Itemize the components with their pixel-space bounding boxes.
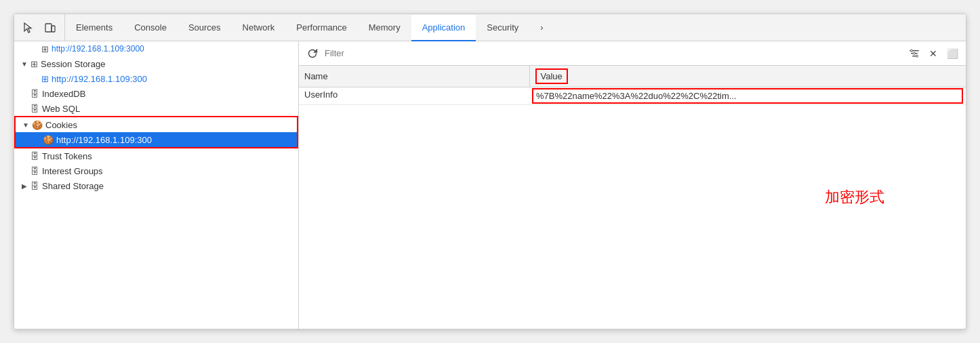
grid-icon: ⊞	[41, 44, 49, 54]
interest-groups-icon: 🗄	[30, 166, 39, 176]
cookies-icon: 🍪	[32, 120, 43, 130]
svg-rect-0	[45, 24, 52, 32]
value-cell-outline: %7B%22name%22%3A%22duo%22%2C%22tim...	[532, 88, 963, 104]
value-header-outline: Value	[535, 68, 568, 84]
name-cell: UserInfo	[299, 87, 529, 105]
tabs: Elements Console Sources Network Perform…	[65, 14, 966, 41]
storage-table: Name Value UserInfo	[299, 66, 966, 105]
cookies-url-icon: 🍪	[43, 135, 54, 145]
cursor-icon[interactable]	[20, 19, 37, 37]
tab-more[interactable]: ›	[529, 15, 554, 41]
expand-icon[interactable]: ⬜	[944, 45, 960, 62]
device-icon[interactable]	[41, 19, 59, 37]
tab-performance[interactable]: Performance	[285, 15, 357, 41]
toolbar: Elements Console Sources Network Perform…	[14, 14, 966, 41]
clear-filter-icon[interactable]: ✕	[925, 45, 941, 62]
toolbar-icons	[14, 14, 65, 41]
svg-rect-1	[52, 26, 55, 32]
websql-icon: 🗄	[30, 104, 39, 114]
sidebar-item-shared-storage[interactable]: ▶ 🗄 Shared Storage	[14, 178, 298, 193]
filter-actions: ✕ ⬜	[906, 45, 960, 62]
sidebar-item-trust-tokens[interactable]: 🗄 Trust Tokens	[14, 148, 298, 163]
col-header-name: Name	[299, 66, 529, 87]
table-area: Name Value UserInfo	[299, 66, 966, 329]
tab-security[interactable]: Security	[476, 15, 529, 41]
devtools-window: Elements Console Sources Network Perform…	[14, 14, 966, 329]
indexeddb-icon: 🗄	[30, 89, 39, 99]
session-storage-icon: ⊞	[30, 59, 38, 69]
sidebar-item-cookies-url[interactable]: 🍪 http://192.168.1.109:300	[16, 132, 297, 147]
tab-memory[interactable]: Memory	[358, 15, 411, 41]
sidebar-item-partial-url[interactable]: ⊞ http://192.168.1.109:3000	[14, 41, 298, 56]
sidebar-item-session-storage[interactable]: ▼ ⊞ Session Storage	[14, 56, 298, 71]
sidebar: ⊞ http://192.168.1.109:3000 ▼ ⊞ Session …	[14, 41, 299, 329]
sidebar-item-websql[interactable]: 🗄 Web SQL	[14, 101, 298, 116]
svg-point-5	[911, 49, 913, 52]
cookies-arrow-icon: ▼	[21, 121, 30, 129]
filter-bar: ✕ ⬜	[299, 41, 966, 66]
annotation-text: 加密形式	[825, 187, 884, 207]
value-cell: %7B%22name%22%3A%22duo%22%2C%22tim...	[529, 87, 966, 105]
refresh-button[interactable]	[304, 45, 321, 62]
arrow-icon: ▼	[20, 60, 29, 68]
sidebar-item-interest-groups[interactable]: 🗄 Interest Groups	[14, 163, 298, 178]
svg-point-6	[914, 52, 916, 54]
sidebar-item-session-url[interactable]: ⊞ http://192.168.1.109:300	[14, 71, 298, 86]
tab-elements[interactable]: Elements	[65, 15, 123, 41]
table-row[interactable]: UserInfo %7B%22name%22%3A%22duo%22%2C%22…	[299, 87, 966, 105]
filter-settings-icon[interactable]	[906, 45, 922, 62]
tab-sources[interactable]: Sources	[178, 15, 232, 41]
filter-input[interactable]	[325, 48, 902, 58]
col-header-value: Value	[529, 66, 966, 87]
svg-point-7	[916, 55, 918, 57]
tab-network[interactable]: Network	[232, 15, 286, 41]
tab-application[interactable]: Application	[411, 15, 476, 41]
sidebar-item-indexeddb[interactable]: 🗄 IndexedDB	[14, 86, 298, 101]
right-panel: ✕ ⬜ Name Value	[299, 41, 966, 329]
shared-storage-icon: 🗄	[30, 181, 39, 191]
trust-tokens-icon: 🗄	[30, 151, 39, 161]
tab-console[interactable]: Console	[123, 15, 178, 41]
session-url-icon: ⊞	[41, 74, 49, 84]
sidebar-item-cookies[interactable]: ▼ 🍪 Cookies	[16, 117, 297, 132]
shared-storage-arrow-icon: ▶	[20, 182, 29, 190]
cookies-group: ▼ 🍪 Cookies 🍪 http://192.168.1.109:300	[14, 116, 298, 148]
main-content: ⊞ http://192.168.1.109:3000 ▼ ⊞ Session …	[14, 41, 966, 329]
